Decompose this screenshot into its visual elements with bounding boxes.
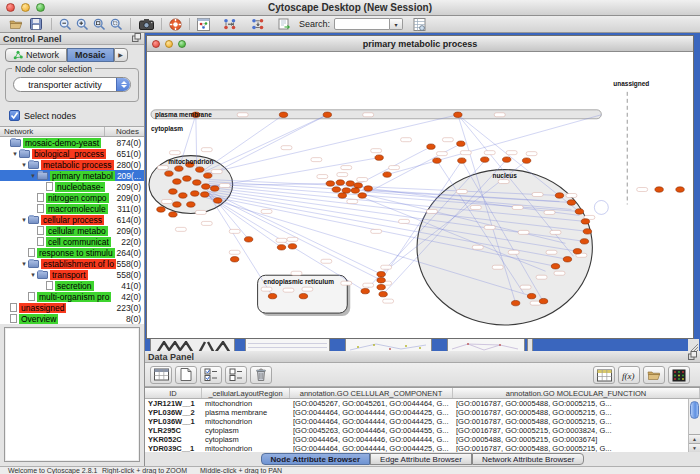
graph-node[interactable]: [502, 157, 510, 162]
network-tree-row[interactable]: ▾transport558(0): [0, 269, 144, 280]
graph-node[interactable]: [551, 264, 559, 269]
graph-node[interactable]: [336, 180, 344, 185]
zoom-in-button[interactable]: [74, 17, 91, 32]
table-row[interactable]: YPL036W__2plasma membrane[GO:0044464, GO…: [145, 408, 688, 417]
graph-node[interactable]: [555, 193, 563, 198]
graph-node[interactable]: [575, 209, 583, 214]
tab-mosaic[interactable]: Mosaic: [67, 48, 114, 62]
column-header[interactable]: ID: [145, 388, 202, 398]
attribute-matrix-button[interactable]: [593, 366, 615, 384]
zoom-selected-region-button[interactable]: [108, 17, 125, 32]
float-panel-icon[interactable]: [688, 351, 697, 362]
column-header[interactable]: annotation.GO MOLECULAR_FUNCTION: [453, 388, 700, 398]
graph-node[interactable]: [244, 237, 252, 242]
search-options-dropdown[interactable]: ▾: [390, 18, 403, 30]
tab-network[interactable]: Network: [5, 48, 67, 62]
network-tree-row[interactable]: secretion41(0): [0, 280, 144, 291]
graph-node[interactable]: [157, 207, 165, 212]
network-tree-row[interactable]: multi-organism pro42(0): [0, 291, 144, 302]
zoom-fit-button[interactable]: [91, 17, 108, 32]
tab-node-attribute-browser[interactable]: Node Attribute Browser: [261, 453, 371, 465]
create-attribute-button[interactable]: [175, 366, 197, 384]
expand-triangle-icon[interactable]: ▾: [29, 172, 37, 180]
graph-node[interactable]: [377, 278, 385, 283]
graph-node[interactable]: [454, 112, 462, 117]
birdseye-view[interactable]: [4, 327, 140, 462]
graph-node[interactable]: [214, 198, 222, 203]
graph-node[interactable]: [655, 187, 663, 192]
scroll-down-icon[interactable]: ▼: [689, 443, 700, 452]
network-tree-row[interactable]: ▾cellular process614(0): [0, 214, 144, 225]
snapshot-button[interactable]: [136, 17, 156, 32]
graph-node[interactable]: [175, 166, 183, 171]
graph-node[interactable]: [332, 187, 340, 192]
tab-edge-attribute-browser[interactable]: Edge Attribute Browser: [370, 453, 472, 465]
graph-node[interactable]: [169, 212, 177, 217]
graph-node[interactable]: [230, 257, 238, 262]
unselect-all-attributes-button[interactable]: [225, 366, 247, 384]
table-scrollbar[interactable]: ▲ ▼: [688, 399, 700, 452]
graph-node[interactable]: [211, 186, 219, 191]
graph-node[interactable]: [326, 181, 334, 186]
table-row[interactable]: YPL036W__1mitochondrion[GO:0044464, GO:0…: [145, 417, 688, 426]
help-button[interactable]: [167, 17, 184, 32]
graph-node[interactable]: [277, 245, 285, 250]
network-tree-row[interactable]: Overview8(0): [0, 313, 144, 324]
graph-node[interactable]: [377, 284, 385, 289]
graph-node[interactable]: [580, 239, 588, 244]
table-row[interactable]: YKR052Ccytoplasm[GO:0044464, GO:0044446,…: [145, 435, 688, 444]
graph-node[interactable]: [338, 193, 346, 198]
network-tree-row[interactable]: ▾biological_process651(0): [0, 148, 144, 159]
select-all-attributes-button[interactable]: [200, 366, 222, 384]
tab-network-attribute-browser[interactable]: Network Attribute Browser: [472, 453, 584, 465]
graph-node[interactable]: [288, 244, 296, 249]
graph-node[interactable]: [204, 173, 212, 178]
graph-node[interactable]: [379, 291, 387, 296]
graph-node[interactable]: [481, 157, 489, 162]
search-input[interactable]: [334, 18, 390, 30]
expand-triangle-icon[interactable]: ▾: [20, 216, 28, 224]
import-network-button[interactable]: [276, 17, 293, 32]
graph-node[interactable]: [377, 272, 385, 277]
graph-node[interactable]: [323, 112, 331, 117]
node-color-select[interactable]: transporter activity: [13, 77, 131, 92]
graph-node[interactable]: [169, 189, 177, 194]
network-tree-row[interactable]: nitrogen compo209(0): [0, 192, 144, 203]
network-tree-row[interactable]: unassigned223(0): [0, 302, 144, 313]
graph-node[interactable]: [342, 188, 350, 193]
graph-node[interactable]: [383, 172, 391, 177]
graph-node[interactable]: [196, 167, 204, 172]
table-row[interactable]: YJR121W__1mitochondrion[GO:0045267, GO:0…: [145, 399, 688, 408]
network-tree-row[interactable]: cellular metabo209(0): [0, 225, 144, 236]
expand-triangle-icon[interactable]: ▾: [29, 271, 37, 279]
expand-triangle-icon[interactable]: ▾: [11, 150, 19, 158]
tab-overflow-button[interactable]: ▶: [114, 48, 128, 62]
scroll-up-icon[interactable]: ▲: [689, 434, 700, 443]
graph-node[interactable]: [458, 158, 466, 163]
graph-node[interactable]: [354, 183, 362, 188]
graph-node[interactable]: [567, 200, 575, 205]
network-tree-row[interactable]: ▾primary metabol209(...: [0, 170, 144, 181]
resize-grip-icon[interactable]: [688, 339, 699, 351]
network-tree-row[interactable]: ▾metabolic process280(0): [0, 159, 144, 170]
select-nodes-checkbox[interactable]: [9, 110, 20, 121]
apply-layout-button[interactable]: [220, 17, 240, 32]
graph-node[interactable]: [527, 293, 535, 298]
expand-triangle-icon[interactable]: ▾: [20, 260, 28, 268]
graph-node[interactable]: [187, 202, 195, 207]
network-tree-row[interactable]: macromolecule311(0): [0, 203, 144, 214]
formula-builder-button[interactable]: f(x): [618, 366, 640, 384]
graph-node[interactable]: [346, 181, 354, 186]
column-header[interactable]: annotation.GO CELLULAR_COMPONENT: [290, 388, 453, 398]
graph-node[interactable]: [364, 186, 372, 191]
graph-node[interactable]: [193, 180, 201, 185]
background-window-peek[interactable]: [245, 339, 330, 351]
network-tree-row[interactable]: mosaic-demo-yeast874(0): [0, 137, 144, 148]
background-window-peek[interactable]: [447, 339, 525, 351]
import-attributes-button[interactable]: [643, 366, 665, 384]
graph-node[interactable]: [563, 257, 571, 262]
graph-node[interactable]: [299, 293, 307, 298]
graph-node[interactable]: [202, 184, 210, 189]
graph-node[interactable]: [511, 300, 519, 305]
delete-attribute-button[interactable]: [250, 366, 272, 384]
